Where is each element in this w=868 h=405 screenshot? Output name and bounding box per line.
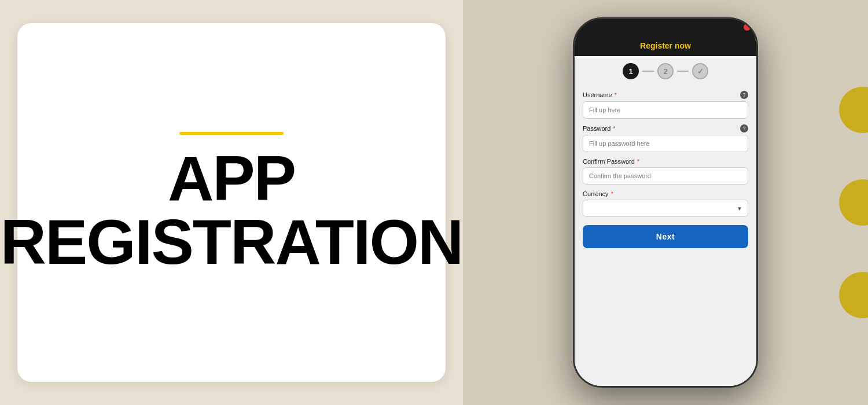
currency-select-wrapper: ▼ (583, 200, 748, 217)
step-indicator: 1 2 ✓ (575, 56, 756, 86)
password-help-icon[interactable]: ? (740, 124, 748, 132)
phone-mockup: Register now 1 2 ✓ (573, 17, 758, 388)
username-label: Username * ? (583, 91, 748, 99)
step-line-1 (642, 71, 654, 72)
currency-required: * (611, 190, 613, 197)
screen-title: Register now (575, 41, 756, 50)
username-help-icon[interactable]: ? (740, 91, 748, 99)
next-button[interactable]: Next (583, 225, 748, 248)
confirm-password-input[interactable] (583, 167, 748, 185)
gold-circle-top (839, 87, 868, 133)
yellow-accent-line (179, 132, 284, 135)
password-group: Password * ? (583, 124, 748, 152)
step-3: ✓ (692, 63, 708, 79)
step-line-2 (677, 71, 689, 72)
record-dot (744, 24, 751, 31)
form-area: Username * ? Password * ? (575, 86, 756, 386)
white-card: APP REGISTRATION (17, 23, 446, 382)
right-panel: Register now 1 2 ✓ (463, 0, 868, 405)
password-label: Password * ? (583, 124, 748, 132)
step-1: 1 (623, 63, 639, 79)
username-group: Username * ? (583, 91, 748, 119)
confirm-required: * (637, 158, 639, 165)
password-input[interactable] (583, 135, 748, 152)
currency-label: Currency * (583, 190, 748, 197)
password-required: * (613, 125, 615, 132)
gold-circle-mid (839, 179, 868, 226)
confirm-password-group: Confirm Password * (583, 158, 748, 185)
currency-select[interactable] (583, 200, 748, 217)
screen-header: Register now (575, 36, 756, 56)
app-title: APP REGISTRATION (1, 146, 463, 274)
currency-group: Currency * ▼ (583, 190, 748, 217)
phone-notch (631, 19, 700, 35)
username-input[interactable] (583, 101, 748, 119)
gold-circle-bot (839, 272, 868, 318)
username-required: * (615, 91, 617, 98)
step-2: 2 (657, 63, 674, 79)
left-panel: APP REGISTRATION (0, 0, 463, 405)
phone-screen: Register now 1 2 ✓ (575, 36, 756, 386)
confirm-password-label: Confirm Password * (583, 158, 748, 165)
